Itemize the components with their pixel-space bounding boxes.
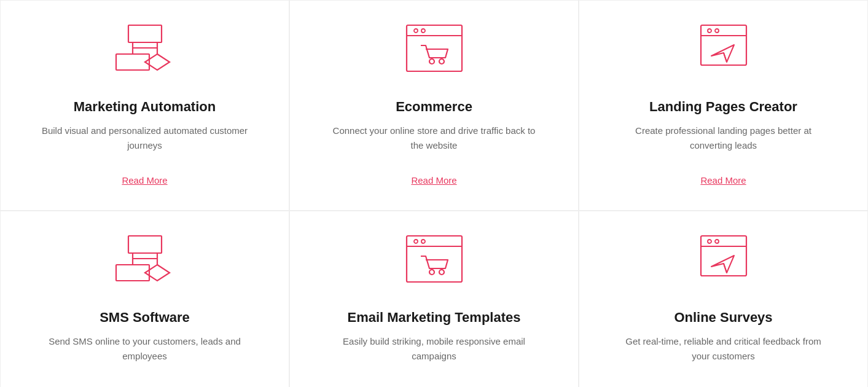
svg-line-35 [724,264,727,273]
card-title: Ecommerce [396,99,472,115]
card-title: Marketing Automation [74,99,216,115]
svg-marker-34 [711,256,734,273]
card-landing-pages: Landing Pages Creator Create professiona… [579,0,868,211]
feature-grid: Marketing Automation Build visual and pe… [0,0,868,387]
card-online-surveys: Online Surveys Get real-time, reliable a… [579,211,868,387]
svg-point-8 [414,29,418,33]
card-description: Easily build striking, mobile responsive… [327,334,541,371]
svg-marker-16 [711,45,734,62]
card-title: Online Surveys [674,310,772,326]
card-description: Build visual and personalized automated … [37,123,252,160]
email-templates-icon [397,230,471,297]
card-marketing-automation: Marketing Automation Build visual and pe… [0,0,289,211]
svg-rect-0 [128,25,162,42]
card-title: Email Marketing Templates [347,310,520,326]
sms-icon [108,230,182,297]
svg-point-14 [708,29,711,33]
read-more-link[interactable]: Read More [122,175,167,186]
svg-point-9 [421,29,425,33]
read-more-link[interactable]: Read More [700,175,746,186]
svg-point-15 [715,29,719,33]
svg-point-10 [429,59,434,64]
landing-pages-icon [687,19,760,87]
svg-point-26 [414,240,418,243]
svg-point-27 [421,240,425,243]
card-description: Send SMS online to your customers, leads… [37,334,252,371]
card-email-templates: Email Marketing Templates Easily build s… [289,211,579,387]
card-title: Landing Pages Creator [649,99,797,115]
card-title: SMS Software [100,310,190,326]
svg-point-29 [439,270,444,275]
card-sms-software: SMS Software Send SMS online to your cus… [0,211,289,387]
card-description: Get real-time, reliable and critical fee… [616,334,831,371]
svg-point-28 [429,270,434,275]
automation-icon [108,19,182,87]
card-ecommerce: Ecommerce Connect your online store and … [289,0,579,211]
online-surveys-icon [687,230,760,297]
ecommerce-icon [397,19,471,87]
svg-rect-18 [128,236,162,253]
read-more-link[interactable]: Read More [411,175,456,186]
card-description: Create professional landing pages better… [616,123,831,160]
svg-line-17 [724,53,727,62]
svg-point-33 [715,240,719,243]
svg-point-32 [708,240,711,243]
svg-point-11 [439,59,444,64]
card-description: Connect your online store and drive traf… [327,123,541,160]
